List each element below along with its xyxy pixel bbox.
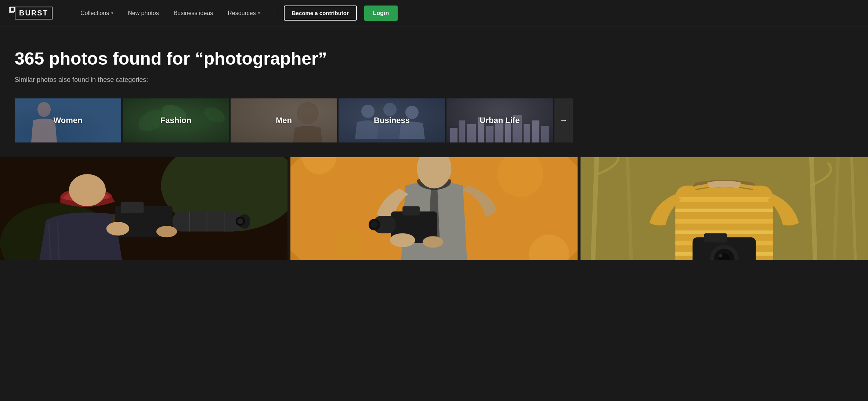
- svg-rect-46: [402, 206, 420, 216]
- category-tile-men[interactable]: Men: [231, 98, 337, 142]
- svg-point-2: [37, 102, 51, 117]
- svg-point-8: [361, 105, 375, 118]
- men-tile-label: Men: [276, 116, 292, 125]
- nav-new-photos[interactable]: New photos: [122, 7, 165, 19]
- svg-point-50: [390, 233, 415, 247]
- svg-point-7: [297, 102, 319, 124]
- svg-point-42: [333, 229, 362, 257]
- search-results-title: 365 photos found for “photographer”: [15, 48, 853, 69]
- logo-stack-icon: [9, 7, 15, 13]
- svg-rect-28: [121, 202, 144, 213]
- nav-business-ideas[interactable]: Business ideas: [168, 7, 219, 19]
- category-tile-business[interactable]: Business: [339, 98, 445, 142]
- svg-rect-61: [676, 209, 773, 212]
- svg-rect-13: [467, 124, 476, 142]
- nav-collections[interactable]: Collections ▾: [75, 7, 119, 19]
- svg-point-32: [237, 218, 243, 224]
- svg-rect-12: [459, 120, 465, 142]
- svg-rect-19: [524, 124, 530, 142]
- nav-links: Collections ▾ New photos Business ideas …: [75, 6, 853, 21]
- svg-rect-62: [676, 219, 773, 224]
- logo[interactable]: BURST: [15, 7, 53, 19]
- photo-grid: [0, 157, 868, 260]
- svg-rect-17: [505, 122, 511, 142]
- categories-subtitle: Similar photos also found in these categ…: [15, 76, 853, 84]
- login-button[interactable]: Login: [364, 6, 398, 21]
- svg-rect-20: [532, 120, 539, 142]
- business-tile-label: Business: [374, 116, 410, 125]
- svg-point-26: [69, 174, 106, 206]
- photo-card-1[interactable]: [0, 157, 287, 260]
- urban-life-tile-label: Urban Life: [480, 116, 520, 125]
- resources-chevron-icon: ▾: [258, 11, 260, 15]
- svg-point-51: [423, 236, 443, 248]
- photo-3-illustration: [581, 157, 868, 260]
- men-silhouette-icon: [289, 102, 326, 142]
- category-tile-fashion[interactable]: Fashion: [123, 98, 229, 142]
- svg-point-49: [371, 221, 378, 228]
- logo-text: BURST: [15, 7, 53, 19]
- navbar: BURST Collections ▾ New photos Business …: [0, 0, 868, 26]
- svg-point-37: [156, 226, 177, 237]
- svg-point-36: [106, 222, 130, 236]
- nav-resources[interactable]: Resources ▾: [222, 7, 265, 19]
- svg-point-9: [383, 103, 397, 116]
- svg-rect-60: [676, 197, 773, 202]
- svg-rect-68: [704, 233, 727, 242]
- collections-chevron-icon: ▾: [111, 11, 113, 15]
- svg-rect-21: [541, 126, 549, 142]
- category-tile-women[interactable]: Women: [15, 98, 121, 142]
- category-row: Women Fashion Men: [15, 98, 853, 142]
- hero-section: 365 photos found for “photographer” Simi…: [0, 26, 868, 157]
- svg-point-72: [719, 254, 723, 257]
- fashion-tile-label: Fashion: [160, 116, 191, 125]
- svg-rect-15: [486, 126, 493, 142]
- photo-1-illustration: [0, 157, 287, 260]
- svg-rect-11: [450, 128, 457, 142]
- women-tile-label: Women: [53, 116, 82, 125]
- nav-divider: [275, 8, 275, 19]
- photo-card-2[interactable]: [290, 157, 578, 260]
- photo-card-3[interactable]: [581, 157, 868, 260]
- next-categories-button[interactable]: →: [554, 98, 573, 142]
- photo-2-illustration: [290, 157, 578, 260]
- category-tile-urban-life[interactable]: Urban Life: [446, 98, 553, 142]
- become-contributor-button[interactable]: Become a contributor: [284, 6, 357, 21]
